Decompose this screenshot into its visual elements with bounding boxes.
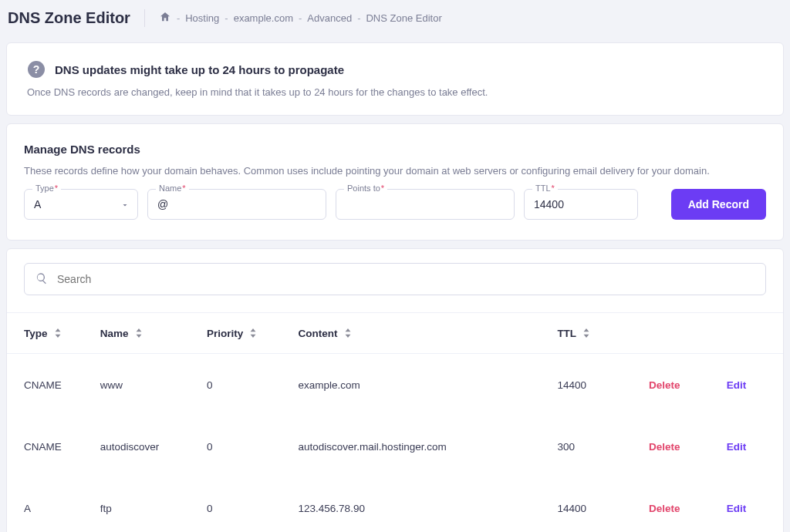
records-card: Type Name Priority Content TTL CNAME [6,248,784,532]
manage-subtitle: These records define how your domain beh… [24,165,766,177]
search-input[interactable] [57,273,755,285]
points-to-field[interactable]: Points to* [336,189,515,220]
sort-icon [582,328,590,338]
table-row: Aftp0123.456.78.9014400DeleteEdit [7,477,783,532]
ttl-label: TTL* [532,184,558,193]
breadcrumb-sep: - [357,12,360,24]
cell-type: A [24,503,100,514]
table-row: CNAMEautodiscover0autodiscover.mail.host… [7,416,783,477]
add-record-form: Type* Name* Points to* TTL* Add Record [24,189,766,220]
edit-link[interactable]: Edit [727,503,747,514]
name-input[interactable] [157,198,316,210]
points-to-label: Points to* [344,184,387,193]
delete-link[interactable]: Delete [649,379,680,391]
cell-type: CNAME [24,441,100,453]
cell-priority: 0 [207,379,299,391]
breadcrumb-sep: - [177,12,180,24]
delete-link[interactable]: Delete [649,441,680,453]
cell-ttl: 14400 [557,503,649,514]
notice-description: Once DNS records are changed, keep in mi… [27,86,763,98]
breadcrumb-item-hosting[interactable]: Hosting [185,12,219,24]
svg-text:?: ? [33,63,40,76]
sort-icon [249,328,257,338]
points-to-input[interactable] [346,198,505,210]
cell-content: autodiscover.mail.hostinger.com [299,441,558,453]
cell-name: ftp [100,503,207,514]
cell-name: autodiscover [100,441,207,453]
breadcrumb: - Hosting - example.com - Advanced - DNS… [159,11,442,25]
breadcrumb-item-advanced[interactable]: Advanced [307,12,352,24]
type-label: Type* [32,184,61,193]
name-field[interactable]: Name* [147,189,326,220]
type-select[interactable]: Type* [24,189,138,220]
home-icon[interactable] [159,11,171,25]
th-content[interactable]: Content [299,328,558,339]
breadcrumb-item-current: DNS Zone Editor [366,12,441,24]
records-table: Type Name Priority Content TTL CNAME [7,312,783,532]
manage-dns-card: Manage DNS records These records define … [6,123,784,241]
edit-link[interactable]: Edit [727,379,747,391]
cell-content: 123.456.78.90 [299,503,558,514]
cell-priority: 0 [207,503,299,514]
edit-link[interactable]: Edit [727,441,747,453]
th-priority[interactable]: Priority [207,328,299,339]
chevron-down-icon [120,200,130,209]
th-type[interactable]: Type [24,328,100,339]
cell-name: www [100,379,207,391]
ttl-field[interactable]: TTL* [524,189,638,220]
search-icon [35,272,48,287]
table-row: CNAMEwww0example.com14400DeleteEdit [7,354,783,416]
page-title: DNS Zone Editor [8,9,145,27]
notice-title: DNS updates might take up to 24 hours to… [55,63,344,76]
sort-icon [344,328,352,338]
cell-ttl: 14400 [557,379,649,391]
th-ttl[interactable]: TTL [557,328,649,339]
breadcrumb-sep: - [299,12,302,24]
header-bar: DNS Zone Editor - Hosting - example.com … [0,0,790,35]
search-field[interactable] [24,263,766,295]
name-label: Name* [156,184,189,193]
cell-content: example.com [299,379,558,391]
add-record-button[interactable]: Add Record [671,189,766,220]
cell-type: CNAME [24,379,100,391]
info-icon: ? [27,60,46,79]
cell-ttl: 300 [557,441,649,453]
breadcrumb-sep: - [225,12,228,24]
manage-title: Manage DNS records [24,143,766,156]
sort-icon [135,328,143,338]
ttl-input[interactable] [534,198,628,210]
cell-priority: 0 [207,441,299,453]
sort-icon [54,328,62,338]
propagation-notice-card: ? DNS updates might take up to 24 hours … [6,42,784,116]
type-value[interactable] [34,198,114,210]
table-header: Type Name Priority Content TTL [7,312,783,354]
delete-link[interactable]: Delete [649,503,680,514]
th-name[interactable]: Name [100,328,207,339]
breadcrumb-item-domain[interactable]: example.com [234,12,293,24]
